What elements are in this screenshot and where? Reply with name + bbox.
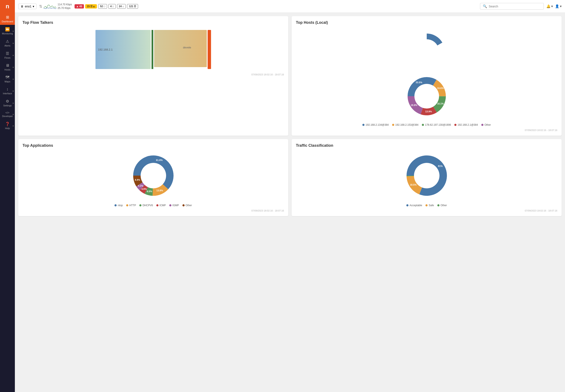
badge-alerts-red[interactable]: ▲ 43 (74, 4, 84, 9)
legend-color-dot (481, 124, 483, 126)
user-icon: 👤 (555, 4, 559, 8)
legend-item-acceptable: Acceptable (406, 204, 422, 207)
legend-item-http: HTTP (126, 204, 136, 207)
panel-title-applications: Top Applications (23, 143, 284, 148)
sidebar-item-label: Alerts (4, 44, 10, 47)
legend-item-icmp: ICMP (156, 204, 166, 207)
traffic-down: 25.70 Kbps (57, 6, 72, 10)
legend-label: 192.168.2.134@384 (366, 123, 389, 126)
chevron-right-icon: ▶ (13, 102, 14, 104)
legend-item-1: 192.168.2.153@384 (392, 123, 418, 126)
legend-item-other: Other (183, 204, 192, 207)
badge-flows[interactable]: 52 □ (98, 4, 107, 9)
svg-rect-3 (208, 30, 211, 69)
panel-title-flow-talkers: Top Flow Talkers (23, 20, 284, 25)
search-input[interactable] (489, 5, 541, 8)
panel-timestamp-classification: 07/09/2023 18:02:16 - 18:07:16 (296, 209, 557, 212)
alert-icon: ☰▲ (90, 5, 95, 8)
legend-item-4: Other (481, 123, 491, 126)
topbar-icons: 🔔 ▾ 👤 ▾ (546, 4, 562, 8)
svg-text:16.6%: 16.6% (437, 87, 443, 89)
legend-label: 192.168.2.1@384 (457, 123, 478, 126)
legend-color-dot (126, 204, 128, 206)
svg-text:19.9%: 19.9% (410, 104, 417, 106)
sidebar-item-settings[interactable]: ⚙ Settings ▶ (0, 97, 15, 109)
app-logo[interactable]: n (0, 0, 15, 13)
sidebar-item-label: Flows (4, 56, 11, 59)
interface-name: eno1 (25, 5, 31, 8)
help-icon: ❓ (5, 122, 10, 126)
traffic-classification-donut: 81%18.5% Acceptable Safe Other (296, 151, 557, 207)
sidebar: n ⊞ Dashboard ⏩ Monitoring ▶ ⚠ Alerts ▶ … (0, 0, 15, 392)
top-hosts-donut: 33.5%16.6%16.1%13.9%19.9% 192.168.2.134@… (296, 28, 557, 126)
sidebar-item-interface[interactable]: ↕ Interface ▶ (0, 85, 15, 97)
badge-hosts24[interactable]: 24 ⌂ (117, 4, 126, 9)
sidebar-item-help[interactable]: ❓ Help ▶ (0, 120, 15, 132)
monitoring-icon: ⏩ (5, 27, 10, 32)
chevron-down-icon: ▾ (560, 4, 562, 8)
chevron-right-icon: ▶ (13, 113, 14, 115)
legend-color-dot (156, 204, 158, 206)
traffic-sparkline (43, 3, 56, 10)
sidebar-item-flows[interactable]: ☰ Flows ▶ (0, 49, 15, 61)
donut-hosts-legend: 192.168.2.134@384 192.168.2.153@384 178.… (362, 123, 491, 126)
status-badges: ▲ 43 15 ☰▲ 52 □ 4 □ 24 ⌂ 121 ☰ (74, 4, 138, 9)
svg-rect-2 (154, 30, 207, 67)
developer-icon: </> (5, 111, 10, 114)
svg-text:8.9%: 8.9% (135, 179, 140, 181)
panel-timestamp-hosts-local: 07/09/2023 18:02:16 - 18:07:16 (296, 129, 557, 131)
house-icon: ⌂ (122, 5, 124, 8)
panel-timestamp-applications: 07/09/2023 18:02:16 - 18:07:16 (23, 209, 284, 212)
sidebar-item-label: Dashboard (2, 20, 13, 23)
legend-color-dot (406, 204, 409, 206)
legend-color-dot (437, 204, 439, 206)
traffic-up: 114.70 Kbps (57, 3, 72, 6)
settings-icon: ⚙ (6, 99, 9, 104)
legend-label: ICMP (159, 204, 166, 207)
notifications-button[interactable]: 🔔 ▾ (546, 4, 553, 8)
sidebar-item-dashboard[interactable]: ⊞ Dashboard (0, 13, 15, 25)
donut-traffic-legend: Acceptable Safe Other (406, 204, 447, 207)
sidebar-item-label: Developer (2, 115, 13, 117)
legend-label: 192.168.2.153@384 (395, 123, 418, 126)
interface-selector[interactable]: 🖥 eno1 ▾ (18, 4, 37, 9)
host-icon: □ (112, 5, 114, 8)
legend-label: ntop (118, 204, 123, 207)
traffic-values: 114.70 Kbps 25.70 Kbps (57, 3, 72, 10)
legend-item-0: 192.168.2.134@384 (362, 123, 389, 126)
legend-label: HTTP (129, 204, 136, 207)
chevron-down-icon: ▾ (33, 5, 34, 8)
svg-text:devele: devele (183, 46, 191, 49)
sidebar-item-maps[interactable]: 🗺 Maps ▶ (0, 73, 15, 85)
svg-text:4.1%: 4.1% (138, 184, 143, 187)
badge-alerts-yellow[interactable]: 15 ☰▲ (85, 4, 97, 9)
svg-text:13.9%: 13.9% (425, 110, 432, 113)
svg-text:61.8%: 61.8% (156, 159, 162, 161)
legend-item-igmp: IGMP (169, 204, 179, 207)
alert-triangle-icon: ▲ (76, 5, 79, 8)
badge-total[interactable]: 121 ☰ (127, 4, 138, 9)
legend-item-ntop: ntop (114, 204, 123, 207)
main-area: 🖥 eno1 ▾ ⇅ 114.70 Kbps 25.70 Kbps ▲ 43 1… (15, 0, 565, 392)
search-box[interactable]: 🔍 (480, 3, 544, 10)
chevron-right-icon: ▶ (13, 54, 14, 56)
sidebar-item-developer[interactable]: </> Developer ▶ (0, 109, 15, 120)
badge-hosts4[interactable]: 4 □ (108, 4, 116, 9)
panel-traffic-classification: Traffic Classification 81%18.5% Acceptab… (292, 139, 562, 216)
legend-label: Other (484, 123, 491, 126)
legend-label: 178.62.197.130@1906 (425, 123, 451, 126)
chevron-right-icon: ▶ (13, 66, 14, 68)
user-menu-button[interactable]: 👤 ▾ (555, 4, 562, 8)
legend-item-other: Other (437, 204, 447, 207)
legend-label: DHCPV6 (142, 204, 153, 207)
sidebar-item-alerts[interactable]: ⚠ Alerts ▶ (0, 37, 15, 49)
sidebar-item-monitoring[interactable]: ⏩ Monitoring ▶ (0, 25, 15, 37)
sidebar-item-hosts[interactable]: 🖥 Hosts ▶ (0, 61, 15, 73)
donut-apps-svg: 61.8%13.8%6.5%4.9%4.1%8.9% (124, 151, 183, 202)
legend-color-dot (392, 124, 394, 126)
legend-label: Acceptable (410, 204, 422, 207)
donut-apps-legend: ntop HTTP DHCPV6 ICMP (114, 204, 192, 207)
legend-color-dot (362, 124, 365, 126)
svg-text:4.9%: 4.9% (141, 188, 147, 190)
legend-color-dot (454, 124, 456, 126)
